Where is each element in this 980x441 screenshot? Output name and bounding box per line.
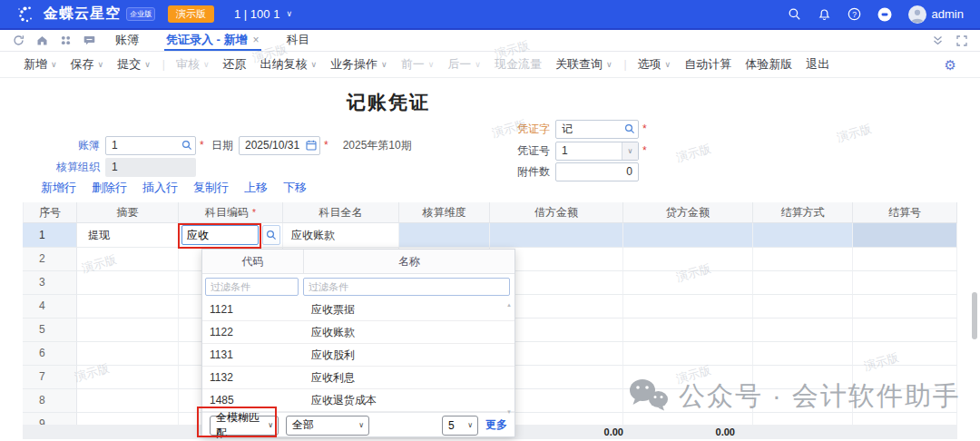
search-icon[interactable]: [181, 140, 192, 151]
toolbar-new-button[interactable]: 新增∨: [24, 56, 57, 73]
toolbar-related-query-button[interactable]: 关联查询∨: [555, 56, 612, 73]
toolbar-previous-button[interactable]: 前一∨: [401, 56, 435, 73]
refresh-icon[interactable]: [13, 34, 24, 46]
tab-label: 账簿: [115, 32, 139, 48]
gear-icon[interactable]: ⚙: [945, 58, 956, 72]
org-label: 核算组织: [36, 160, 100, 175]
col-header-account-code: 科目编码*: [179, 202, 283, 223]
toolbar-exit-button[interactable]: 退出: [806, 56, 829, 73]
seq-cell: 6: [23, 342, 77, 366]
code-filter-input[interactable]: [205, 278, 299, 296]
toolbar-new-ui-button[interactable]: 体验新版: [745, 56, 792, 73]
seq-cell: 1: [23, 223, 77, 248]
match-mode-select[interactable]: 全模糊匹配 ∨: [210, 416, 279, 436]
toolbar-restore-button[interactable]: 还原: [223, 56, 247, 73]
brand-title: 金蝶云星空: [44, 5, 121, 24]
search-icon[interactable]: [624, 123, 635, 134]
dimension-cell[interactable]: [399, 223, 490, 248]
scope-select[interactable]: 全部 ∨: [286, 416, 369, 436]
popup-item-1131[interactable]: 1131 应收股利: [202, 344, 514, 367]
fiscal-period: 2025年第10期: [343, 138, 412, 153]
popup-header-row: 代码 名称: [202, 250, 514, 274]
apps-grid-icon[interactable]: [60, 34, 72, 46]
bell-icon[interactable]: [818, 7, 831, 21]
grid-row-1[interactable]: 1 提现 应收账款: [23, 223, 957, 248]
popup-item-1122[interactable]: 1122 应收账款: [202, 321, 514, 344]
debit-cell[interactable]: [490, 223, 623, 248]
seq-cell: 7: [23, 366, 77, 389]
seq-cell: 4: [23, 295, 77, 318]
credit-cell[interactable]: [623, 223, 753, 248]
attachments-input[interactable]: [555, 162, 639, 181]
name-filter-input[interactable]: [303, 278, 510, 296]
message-icon[interactable]: [83, 34, 95, 46]
toolbar-cashflow-button[interactable]: 现金流量: [495, 56, 542, 73]
topbar: 金蝶云星空 企业版 演示版 1 | 100 1 ∨ ? admin: [0, 0, 980, 30]
toolbar-submit-button[interactable]: 提交∨: [117, 56, 151, 73]
delete-row-link[interactable]: 删除行: [92, 180, 127, 196]
col-header-debit: 借方金额: [490, 202, 623, 223]
fullscreen-icon[interactable]: [956, 35, 967, 46]
vertical-scrollbar[interactable]: [972, 292, 977, 339]
tab-ledger[interactable]: 账簿: [113, 30, 141, 51]
home-icon[interactable]: [36, 34, 48, 46]
seq-cell: 5: [23, 318, 77, 342]
popup-item-1485[interactable]: 1485 应收退货成本: [202, 389, 514, 412]
col-header-dimension: 核算维度: [399, 202, 490, 223]
popup-item-1132[interactable]: 1132 应收利息: [202, 367, 514, 389]
tab-voucher-entry-new[interactable]: 凭证录入 - 新增 ×: [164, 30, 261, 51]
toolbar-auto-calc-button[interactable]: 自动计算: [684, 56, 731, 73]
toolbar-next-button[interactable]: 后一∨: [447, 56, 481, 73]
minus-circle-icon[interactable]: [877, 7, 892, 22]
user-menu[interactable]: admin: [908, 5, 964, 24]
scroll-down-icon[interactable]: ▼: [506, 409, 512, 415]
insert-row-link[interactable]: 插入行: [142, 180, 178, 196]
toolbar-save-button[interactable]: 保存∨: [71, 56, 104, 73]
account-code-input[interactable]: [181, 225, 259, 245]
popup-footer: 全模糊匹配 ∨ 全部 ∨ 5 ∨ 更多: [202, 412, 514, 437]
help-icon[interactable]: ?: [848, 7, 861, 21]
org-value: 1: [105, 158, 196, 177]
col-header-summary: 摘要: [77, 202, 179, 223]
account-lookup-icon[interactable]: [262, 225, 280, 245]
toolbar-options-button[interactable]: 选项∨: [638, 56, 671, 73]
settle-method-cell[interactable]: [753, 223, 853, 248]
page-size-select[interactable]: 5 ∨: [442, 416, 478, 436]
calendar-icon[interactable]: [306, 140, 317, 151]
toolbar: 新增∨ 保存∨ 提交∨ | 审核∨ 还原 出纳复核∨ 业务操作∨ 前一∨ 后一∨…: [0, 52, 980, 78]
demo-version-badge: 演示版: [168, 5, 214, 23]
settle-no-cell[interactable]: [853, 223, 957, 248]
tab-accounts[interactable]: 科目: [285, 30, 312, 51]
scroll-up-icon[interactable]: ▲: [506, 302, 512, 308]
add-row-link[interactable]: 新增行: [41, 180, 76, 196]
copy-row-link[interactable]: 复制行: [193, 180, 229, 196]
toolbar-audit-button[interactable]: 审核∨: [176, 56, 210, 73]
match-mode-value: 全模糊匹配: [216, 410, 268, 441]
item-name: 应收票据: [304, 302, 355, 318]
account-name-cell: 应收账款: [283, 223, 399, 248]
chevron-down-icon: ∨: [358, 422, 364, 429]
scope-value: 全部: [292, 417, 314, 433]
more-link[interactable]: 更多: [485, 417, 507, 433]
col-header-settle-method: 结算方式: [753, 202, 853, 223]
close-tab-icon[interactable]: ×: [253, 34, 260, 46]
chevron-down-icon[interactable]: ∨: [622, 142, 638, 160]
chevron-down-icon: ∨: [268, 422, 273, 429]
summary-cell[interactable]: 提现: [77, 223, 179, 248]
account-code-cell[interactable]: [179, 223, 283, 248]
grid-header-row: 序号 摘要 科目编码* 科目全名 核算维度 借方金额 贷方金额 结算方式 结算号: [23, 202, 957, 223]
col-header-seq: 序号: [23, 202, 77, 223]
search-icon[interactable]: [788, 7, 801, 21]
avatar: [908, 5, 926, 24]
toolbar-business-ops-button[interactable]: 业务操作∨: [330, 56, 387, 73]
required-asterisk: *: [200, 139, 204, 152]
org-selector[interactable]: 1 | 100 1 ∨: [234, 7, 292, 21]
toolbar-cashier-review-button[interactable]: 出纳复核∨: [260, 56, 318, 73]
popup-item-1121[interactable]: 1121 应收票据: [202, 299, 514, 321]
move-down-link[interactable]: 下移: [283, 180, 307, 196]
popup-filter-row: [202, 274, 514, 299]
col-header-credit: 贷方金额: [623, 202, 753, 223]
move-up-link[interactable]: 上移: [244, 180, 268, 196]
collapse-double-chevron-icon[interactable]: [932, 35, 944, 46]
credit-total: 0.00: [608, 425, 735, 439]
